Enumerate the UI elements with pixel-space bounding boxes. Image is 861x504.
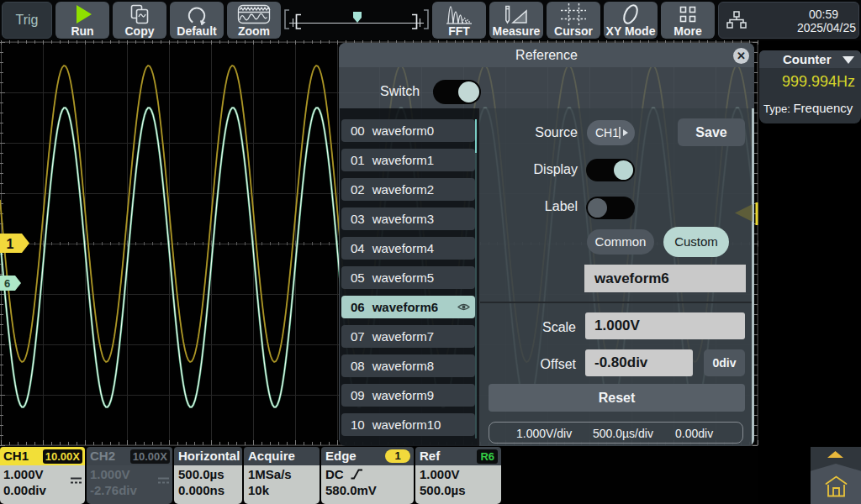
svg-text:6: 6 <box>4 277 10 290</box>
svg-text:1: 1 <box>7 237 14 251</box>
